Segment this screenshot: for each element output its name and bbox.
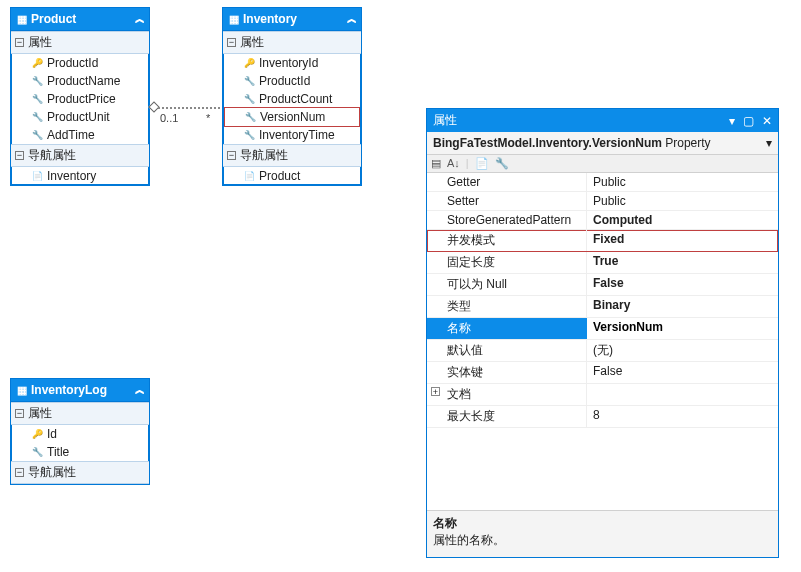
prop-row[interactable]: ProductUnit	[11, 108, 149, 126]
prop-documentation[interactable]: +文档	[427, 384, 778, 406]
prop-concurrency-mode[interactable]: 并发模式Fixed	[427, 230, 778, 252]
prop-label: InventoryTime	[259, 128, 335, 142]
collapse-icon[interactable]: ︽	[347, 12, 355, 26]
prop-nullable[interactable]: 可以为 NullFalse	[427, 274, 778, 296]
properties-object-selector[interactable]: BingFaTestModel.Inventory.VersionNum Pro…	[427, 132, 778, 155]
panel-title-text: 属性	[433, 112, 457, 129]
minus-icon[interactable]: −	[227, 38, 236, 47]
desc-title: 名称	[433, 515, 772, 532]
section-label: 导航属性	[28, 464, 76, 481]
section-label: 导航属性	[28, 147, 76, 164]
prop-label: ProductId	[47, 56, 98, 70]
prop-label: ProductUnit	[47, 110, 110, 124]
section-nav[interactable]: − 导航属性	[11, 461, 149, 484]
section-label: 导航属性	[240, 147, 288, 164]
relation-line[interactable]	[158, 107, 220, 109]
key-icon	[243, 58, 255, 68]
collapse-icon[interactable]: ︽	[135, 383, 143, 397]
prop-row-versionnum[interactable]: VersionNum	[224, 107, 360, 127]
prop-setter[interactable]: SetterPublic	[427, 192, 778, 211]
close-icon[interactable]: ✕	[762, 114, 772, 128]
entity-inventory-header[interactable]: Inventory ︽	[223, 8, 361, 31]
prop-getter[interactable]: GetterPublic	[427, 173, 778, 192]
minus-icon[interactable]: −	[15, 468, 24, 477]
prop-row[interactable]: ProductPrice	[11, 90, 149, 108]
entity-inventorylog[interactable]: InventoryLog ︽ − 属性 Id Title − 导航属性	[10, 378, 150, 485]
nav-icon	[243, 171, 255, 181]
maximize-icon[interactable]: ▢	[743, 114, 754, 128]
section-label: 属性	[240, 34, 264, 51]
entity-product-header[interactable]: Product ︽	[11, 8, 149, 31]
prop-row[interactable]: InventoryTime	[223, 126, 361, 144]
dropdown-icon[interactable]: ▾	[729, 114, 735, 128]
wrench-icon	[244, 112, 256, 122]
section-label: 属性	[28, 34, 52, 51]
prop-label: Id	[47, 427, 57, 441]
prop-row[interactable]: ProductName	[11, 72, 149, 90]
relation-left-mult: 0..1	[160, 112, 178, 124]
properties-grid: GetterPublic SetterPublic StoreGenerated…	[427, 173, 778, 428]
key-icon	[31, 58, 43, 68]
wrench-icon	[243, 76, 255, 86]
plus-icon[interactable]: +	[431, 387, 440, 396]
prop-label: ProductCount	[259, 92, 332, 106]
prop-storegen[interactable]: StoreGeneratedPatternComputed	[427, 211, 778, 230]
prop-fixedlength[interactable]: 固定长度True	[427, 252, 778, 274]
wrench-icon	[31, 130, 43, 140]
prop-row[interactable]: Id	[11, 425, 149, 443]
prop-row[interactable]: ProductCount	[223, 90, 361, 108]
prop-label: VersionNum	[260, 110, 325, 124]
prop-maxlength[interactable]: 最大长度8	[427, 406, 778, 428]
prop-name[interactable]: 名称VersionNum	[427, 318, 778, 340]
wrench-icon[interactable]: 🔧	[495, 157, 509, 170]
entity-title: InventoryLog	[31, 383, 107, 397]
prop-label: ProductId	[259, 74, 310, 88]
entity-title: Inventory	[243, 12, 297, 26]
dropdown-icon[interactable]: ▾	[766, 136, 772, 150]
desc-text: 属性的名称。	[433, 532, 772, 549]
prop-row[interactable]: ProductId	[223, 72, 361, 90]
entity-inventory[interactable]: Inventory ︽ − 属性 InventoryId ProductId P…	[222, 7, 362, 186]
section-attrs[interactable]: − 属性	[11, 402, 149, 425]
nav-label: Product	[259, 169, 300, 183]
wrench-icon	[243, 94, 255, 104]
prop-label: ProductName	[47, 74, 120, 88]
prop-type[interactable]: 类型Binary	[427, 296, 778, 318]
section-attrs[interactable]: − 属性	[11, 31, 149, 54]
alphabetical-icon[interactable]: A↓	[447, 157, 460, 170]
minus-icon[interactable]: −	[15, 38, 24, 47]
properties-toolbar: ▤ A↓ | 📄 🔧	[427, 155, 778, 173]
object-type: Property	[665, 136, 710, 150]
object-path: BingFaTestModel.Inventory.VersionNum	[433, 136, 662, 150]
minus-icon[interactable]: −	[15, 151, 24, 160]
categorized-icon[interactable]: ▤	[431, 157, 441, 170]
wrench-icon	[31, 76, 43, 86]
entity-product[interactable]: Product ︽ − 属性 ProductId ProductName Pro…	[10, 7, 150, 186]
minus-icon[interactable]: −	[227, 151, 236, 160]
section-attrs[interactable]: − 属性	[223, 31, 361, 54]
prop-row[interactable]: InventoryId	[223, 54, 361, 72]
section-nav[interactable]: − 导航属性	[223, 144, 361, 167]
collapse-icon[interactable]: ︽	[135, 12, 143, 26]
prop-row[interactable]: ProductId	[11, 54, 149, 72]
entity-title: Product	[31, 12, 76, 26]
prop-label: ProductPrice	[47, 92, 116, 106]
wrench-icon	[31, 112, 43, 122]
section-nav[interactable]: − 导航属性	[11, 144, 149, 167]
table-icon	[17, 12, 27, 26]
properties-description: 名称 属性的名称。	[427, 510, 778, 557]
prop-row[interactable]: Title	[11, 443, 149, 461]
prop-row[interactable]: AddTime	[11, 126, 149, 144]
relation-right-mult: *	[206, 112, 210, 124]
entity-inventorylog-header[interactable]: InventoryLog ︽	[11, 379, 149, 402]
properties-panel-title[interactable]: 属性 ▾ ▢ ✕	[427, 109, 778, 132]
prop-label: AddTime	[47, 128, 95, 142]
properties-panel: 属性 ▾ ▢ ✕ BingFaTestModel.Inventory.Versi…	[426, 108, 779, 558]
minus-icon[interactable]: −	[15, 409, 24, 418]
property-pages-icon[interactable]: 📄	[475, 157, 489, 170]
nav-row[interactable]: Product	[223, 167, 361, 185]
prop-default[interactable]: 默认值(无)	[427, 340, 778, 362]
key-icon	[31, 429, 43, 439]
nav-row[interactable]: Inventory	[11, 167, 149, 185]
prop-entitykey[interactable]: 实体键False	[427, 362, 778, 384]
